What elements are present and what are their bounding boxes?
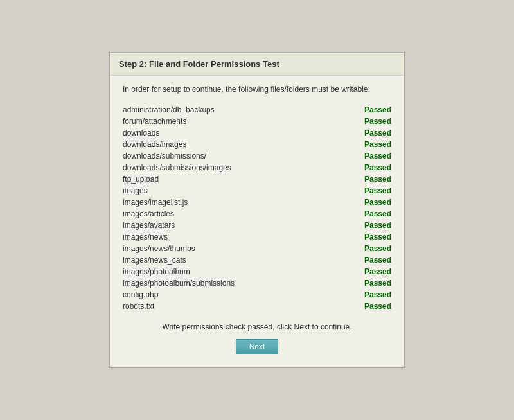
- permission-status: Passed: [324, 220, 392, 231]
- step-header: Step 2: File and Folder Permissions Test: [110, 53, 404, 76]
- permission-path: images/imagelist.js: [123, 197, 324, 208]
- table-row: images/imagelist.jsPassed: [123, 197, 391, 208]
- permission-status: Passed: [324, 127, 392, 139]
- permission-status: Passed: [324, 104, 392, 116]
- table-row: config.phpPassed: [123, 289, 391, 301]
- step-title: Step 2: File and Folder Permissions Test: [119, 59, 279, 69]
- table-row: images/news/thumbsPassed: [123, 243, 391, 254]
- permission-status: Passed: [324, 254, 392, 266]
- permission-status: Passed: [324, 139, 392, 150]
- permission-status: Passed: [324, 231, 392, 243]
- table-row: images/newsPassed: [123, 231, 391, 243]
- table-row: images/photoalbum/submissionsPassed: [123, 277, 391, 289]
- permission-path: images/articles: [123, 208, 324, 220]
- permission-path: robots.txt: [123, 301, 324, 312]
- permission-status: Passed: [324, 243, 392, 254]
- permission-path: downloads: [123, 127, 324, 139]
- permission-path: downloads/images: [123, 139, 324, 150]
- permission-path: images/news: [123, 231, 324, 243]
- next-button[interactable]: Next: [236, 339, 279, 354]
- main-panel: Step 2: File and Folder Permissions Test…: [109, 52, 405, 368]
- permission-status: Passed: [324, 150, 392, 162]
- permission-status: Passed: [324, 116, 392, 127]
- permission-status: Passed: [324, 266, 392, 277]
- permission-path: administration/db_backups: [123, 104, 324, 116]
- table-row: images/articlesPassed: [123, 208, 391, 220]
- permission-path: images/photoalbum/submissions: [123, 277, 324, 289]
- table-row: imagesPassed: [123, 185, 391, 197]
- permission-path: ftp_upload: [123, 173, 324, 185]
- permission-path: images/photoalbum: [123, 266, 324, 277]
- success-message: Write permissions check passed, click Ne…: [123, 322, 391, 331]
- permission-status: Passed: [324, 185, 392, 197]
- permission-status: Passed: [324, 289, 392, 301]
- table-row: images/news_catsPassed: [123, 254, 391, 266]
- table-row: administration/db_backupsPassed: [123, 104, 391, 116]
- table-row: downloads/submissions/imagesPassed: [123, 162, 391, 173]
- permission-path: images: [123, 185, 324, 197]
- intro-text: In order for setup to continue, the foll…: [123, 85, 391, 94]
- step-content: In order for setup to continue, the foll…: [110, 76, 404, 367]
- table-row: images/photoalbumPassed: [123, 266, 391, 277]
- table-row: forum/attachmentsPassed: [123, 116, 391, 127]
- permission-path: images/news_cats: [123, 254, 324, 266]
- table-row: downloadsPassed: [123, 127, 391, 139]
- permission-path: downloads/submissions/images: [123, 162, 324, 173]
- table-row: images/avatarsPassed: [123, 220, 391, 231]
- permission-status: Passed: [324, 173, 392, 185]
- table-row: robots.txtPassed: [123, 301, 391, 312]
- table-row: downloads/imagesPassed: [123, 139, 391, 150]
- permission-status: Passed: [324, 277, 392, 289]
- permissions-table: administration/db_backupsPassedforum/att…: [123, 104, 391, 312]
- table-row: downloads/submissions/Passed: [123, 150, 391, 162]
- permission-status: Passed: [324, 208, 392, 220]
- permission-path: config.php: [123, 289, 324, 301]
- permission-path: forum/attachments: [123, 116, 324, 127]
- permission-status: Passed: [324, 197, 392, 208]
- table-row: ftp_uploadPassed: [123, 173, 391, 185]
- permission-path: downloads/submissions/: [123, 150, 324, 162]
- permission-path: images/news/thumbs: [123, 243, 324, 254]
- permission-status: Passed: [324, 301, 392, 312]
- permission-path: images/avatars: [123, 220, 324, 231]
- next-button-container: Next: [123, 339, 391, 354]
- permission-status: Passed: [324, 162, 392, 173]
